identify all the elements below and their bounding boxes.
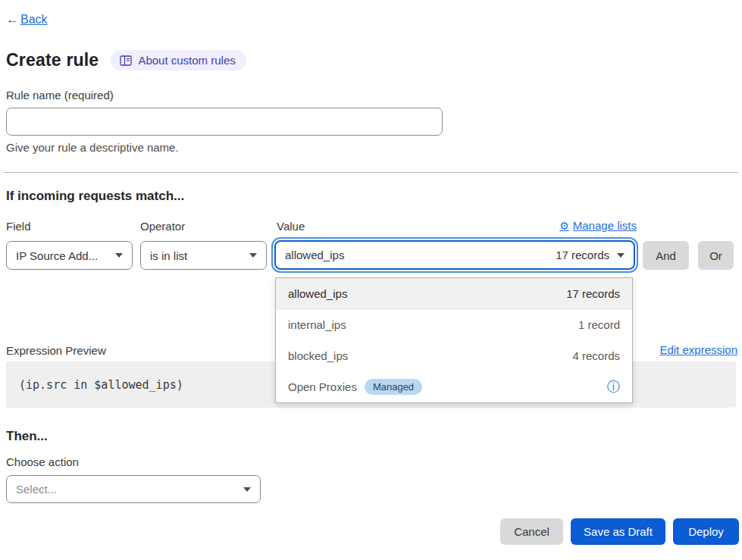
chevron-down-icon	[115, 253, 123, 258]
and-button[interactable]: And	[643, 241, 689, 270]
back-link[interactable]: ←Back	[6, 12, 48, 27]
manage-lists-link[interactable]: ⚙ Manage lists	[559, 219, 637, 232]
list-item-count: 17 records	[566, 287, 620, 300]
edit-expression-label: Edit expression	[659, 343, 737, 356]
page-title: Create rule	[6, 50, 99, 70]
match-section-heading: If incoming requests match...	[6, 189, 184, 204]
list-item-count: 1 record	[578, 318, 620, 331]
list-item-name: Open Proxies	[288, 380, 357, 393]
list-dropdown-menu: allowed_ips 17 records internal_ips 1 re…	[275, 277, 633, 403]
back-link-label: Back	[20, 13, 48, 27]
operator-select[interactable]: is in list	[140, 241, 267, 270]
gear-icon: ⚙	[559, 220, 569, 232]
edit-expression-link[interactable]: Edit expression	[659, 343, 737, 356]
rule-name-label: Rule name (required)	[6, 89, 114, 102]
deploy-button[interactable]: Deploy	[673, 518, 739, 545]
action-select[interactable]: Select...	[6, 475, 261, 503]
expression-code: (ip.src in $allowed_ips)	[19, 378, 183, 392]
action-select-placeholder: Select...	[16, 483, 57, 496]
or-button[interactable]: Or	[698, 241, 734, 270]
value-select-value: allowed_ips	[285, 249, 344, 261]
expression-preview-label: Expression Preview	[6, 344, 106, 357]
list-item-internal-ips[interactable]: internal_ips 1 record	[276, 309, 632, 340]
chevron-down-icon	[249, 253, 257, 258]
managed-badge: Managed	[365, 379, 422, 395]
rule-name-input[interactable]	[6, 108, 443, 136]
field-select[interactable]: IP Source Add...	[6, 241, 133, 270]
operator-label: Operator	[140, 220, 185, 233]
about-custom-rules-label: About custom rules	[138, 54, 235, 67]
value-select-record-count: 17 records	[556, 249, 609, 261]
value-label: Value	[277, 220, 305, 233]
section-divider	[4, 172, 738, 173]
list-item-blocked-ips[interactable]: blocked_ips 4 records	[276, 340, 632, 371]
value-select[interactable]: allowed_ips 17 records	[274, 240, 635, 270]
list-item-allowed-ips[interactable]: allowed_ips 17 records	[276, 278, 632, 309]
field-select-value: IP Source Add...	[16, 249, 98, 262]
list-item-count: 4 records	[572, 349, 620, 362]
field-label: Field	[6, 220, 31, 233]
then-section-heading: Then...	[6, 429, 48, 444]
list-item-name: blocked_ips	[288, 349, 348, 362]
chevron-down-icon	[617, 253, 625, 258]
info-icon[interactable]: ⓘ	[607, 380, 620, 393]
back-arrow-icon: ←	[6, 12, 19, 27]
list-item-name: internal_ips	[288, 318, 346, 331]
list-item-open-proxies[interactable]: Open Proxies Managed ⓘ	[276, 371, 632, 402]
choose-action-label: Choose action	[6, 455, 79, 468]
rule-name-helper: Give your rule a descriptive name.	[6, 141, 179, 154]
list-item-name: allowed_ips	[288, 287, 347, 300]
save-as-draft-button[interactable]: Save as Draft	[571, 518, 665, 545]
operator-select-value: is in list	[150, 249, 187, 262]
cancel-button[interactable]: Cancel	[500, 518, 563, 545]
chevron-down-icon	[243, 487, 251, 492]
title-row: Create rule About custom rules	[6, 50, 246, 70]
book-icon	[120, 55, 132, 66]
about-custom-rules-link[interactable]: About custom rules	[111, 50, 246, 70]
manage-lists-label: Manage lists	[573, 219, 637, 232]
